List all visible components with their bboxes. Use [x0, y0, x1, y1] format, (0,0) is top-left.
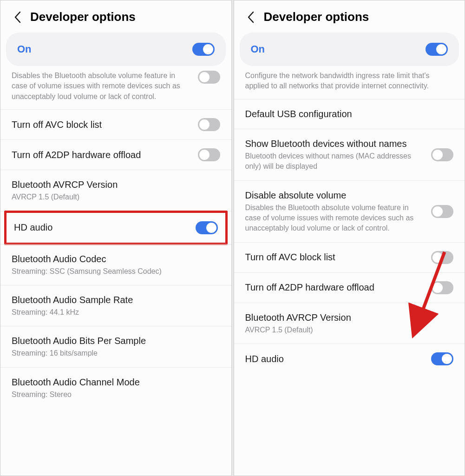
row-bt-sample-rate[interactable]: Bluetooth Audio Sample Rate Streaming: 4… [0, 285, 231, 326]
settings-list: Configure the network bandwidth ingress … [234, 71, 465, 476]
master-toggle[interactable] [426, 43, 448, 56]
row-avc-block-list[interactable]: Turn off AVC block list [0, 110, 231, 140]
toggle-disable-absolute-volume-partial[interactable] [198, 71, 220, 84]
left-screen: Developer options On Disables the Blueto… [0, 0, 232, 476]
row-bt-bits-per-sample[interactable]: Bluetooth Audio Bits Per Sample Streamin… [0, 326, 231, 367]
master-toggle[interactable] [192, 43, 215, 56]
header: Developer options [234, 0, 465, 33]
row-disable-absolute-volume[interactable]: Disable absolute volume Disables the Blu… [234, 181, 465, 243]
chevron-left-icon [14, 11, 21, 23]
toggle-a2dp-offload[interactable] [198, 148, 220, 161]
toggle-avc-block-list[interactable] [431, 251, 453, 264]
toggle-avc-block-list[interactable] [198, 118, 220, 131]
back-button[interactable] [245, 12, 256, 23]
row-avrcp-version[interactable]: Bluetooth AVRCP Version AVRCP 1.5 (Defau… [234, 303, 465, 344]
master-toggle-bar[interactable]: On [6, 33, 226, 66]
row-usb-config[interactable]: Default USB configuration [234, 99, 465, 129]
row-avrcp-version[interactable]: Bluetooth AVRCP Version AVRCP 1.5 (Defau… [0, 170, 231, 211]
row-bt-channel-mode[interactable]: Bluetooth Audio Channel Mode Streaming: … [0, 368, 231, 408]
toggle-disable-absolute-volume[interactable] [431, 205, 453, 218]
settings-list: Disables the Bluetooth absolute volume f… [0, 71, 231, 476]
highlight-hd-audio: HD audio [4, 211, 228, 245]
toggle-hd-audio[interactable] [196, 221, 218, 234]
toggle-bt-no-names[interactable] [431, 148, 453, 161]
row-bt-audio-codec[interactable]: Bluetooth Audio Codec Streaming: SSC (Sa… [0, 244, 231, 285]
row-bt-no-names[interactable]: Show Bluetooth devices without names Blu… [234, 129, 465, 181]
back-button[interactable] [12, 12, 23, 23]
toggle-hd-audio[interactable] [431, 352, 453, 365]
row-avc-block-list[interactable]: Turn off AVC block list [234, 243, 465, 273]
master-toggle-label: On [17, 43, 32, 55]
partial-row-top: Configure the network bandwidth ingress … [234, 71, 465, 99]
chevron-left-icon [247, 11, 254, 23]
right-screen: Developer options On Configure the netwo… [234, 0, 465, 476]
master-toggle-bar[interactable]: On [240, 33, 459, 66]
header: Developer options [0, 0, 231, 33]
page-title: Developer options [264, 10, 369, 24]
page-title: Developer options [30, 10, 136, 24]
partial-row-top: Disables the Bluetooth absolute volume f… [0, 71, 231, 110]
master-toggle-label: On [251, 43, 265, 55]
toggle-a2dp-offload[interactable] [431, 281, 453, 294]
row-hd-audio[interactable]: HD audio [7, 213, 225, 243]
row-a2dp-offload[interactable]: Turn off A2DP hardware offload [234, 273, 465, 303]
row-hd-audio[interactable]: HD audio [234, 344, 465, 374]
row-a2dp-offload[interactable]: Turn off A2DP hardware offload [0, 140, 231, 170]
